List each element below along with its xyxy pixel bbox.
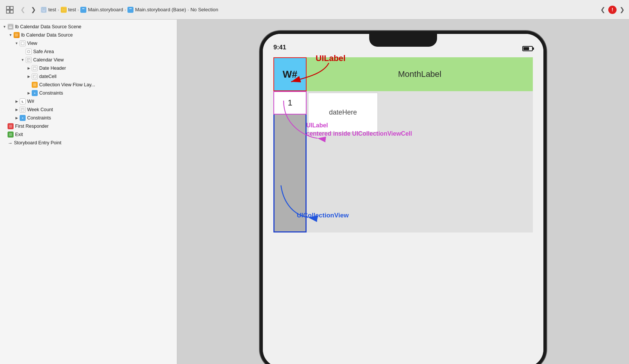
- tree-arrow: [14, 115, 20, 121]
- breadcrumb-label: Main.storyboard (Base): [135, 7, 186, 12]
- breadcrumb-label: test: [48, 7, 56, 12]
- weekcount-icon: [20, 107, 26, 113]
- week-number-cell: 1: [273, 91, 307, 115]
- battery-fill: [523, 47, 529, 50]
- datasource-label: lb Calendar Data Source: [21, 32, 174, 38]
- dateheader-label: Date Header: [39, 66, 174, 71]
- breadcrumb-label: Main.storyboard: [88, 7, 123, 12]
- uicollectionview-annotation: UICollectionView: [297, 212, 349, 219]
- svg-rect-9: [129, 8, 132, 12]
- sidebar-item-safearea[interactable]: Safe Area: [0, 47, 177, 56]
- toolbar-right-controls: ❮ ! ❯: [600, 6, 624, 14]
- view-icon: [20, 40, 26, 46]
- weekcount-label: Week Count: [27, 107, 174, 112]
- svg-rect-13: [15, 34, 18, 37]
- date-cells-area: dateHere: [307, 91, 533, 232]
- sidebar-item-constraints-view[interactable]: + Constraints: [0, 114, 177, 122]
- svg-rect-22: [33, 75, 35, 76]
- calendarview-icon: [26, 57, 32, 63]
- wh-label: W#: [273, 57, 307, 91]
- iphone-notch: [369, 34, 437, 47]
- sidebar-item-entrypoint[interactable]: → Storyboard Entry Point: [0, 139, 177, 147]
- svg-rect-23: [33, 83, 36, 86]
- sidebar-item-weekcount[interactable]: Week Count: [0, 106, 177, 114]
- nav-buttons: ❮ ❯: [18, 5, 38, 14]
- breadcrumb-chevron-3: ›: [125, 8, 126, 12]
- svg-rect-7: [81, 8, 85, 12]
- battery-icon: [522, 46, 533, 51]
- constraints-label: Constraints: [39, 90, 174, 96]
- svg-rect-2: [6, 10, 9, 13]
- canvas: 9:41 UILabel: [177, 20, 629, 364]
- sidebar-item-datecell[interactable]: dateCell: [0, 72, 177, 81]
- svg-rect-8: [82, 8, 84, 9]
- exit-icon: [8, 132, 14, 138]
- tree-arrow: [26, 90, 32, 96]
- breadcrumb-no-selection: No Selection: [190, 7, 218, 12]
- toolbar: ❮ ❯ test › test › Main.storyboard ›: [0, 0, 629, 20]
- scene-icon: [8, 24, 14, 30]
- svg-rect-25: [21, 108, 23, 110]
- error-badge[interactable]: !: [608, 6, 617, 14]
- breadcrumb-chevron-2: ›: [78, 8, 79, 12]
- sidebar-item-firstresponder[interactable]: First Responder: [0, 122, 177, 130]
- breadcrumb-test-file[interactable]: test: [41, 7, 56, 13]
- safearea-label: Safe Area: [33, 49, 174, 54]
- svg-rect-15: [28, 50, 30, 53]
- constraints-icon: +: [32, 90, 38, 96]
- datecell-label: dateCell: [39, 74, 174, 79]
- main-content: lb Calendar Data Source Scene lb Calenda…: [0, 20, 629, 364]
- wlabel-icon: L: [20, 98, 26, 104]
- chevron-left-icon[interactable]: ❮: [600, 6, 605, 13]
- tree-arrow: [20, 57, 26, 63]
- wlabel-label: W#: [27, 99, 174, 104]
- constraints2-icon: +: [20, 115, 26, 121]
- tree-arrow: [26, 73, 32, 80]
- storyboard-icon: [80, 7, 86, 13]
- firstresponder-label: First Responder: [15, 124, 174, 129]
- sidebar-item-datasource[interactable]: lb Calendar Data Source: [0, 31, 177, 39]
- exit-label: Exit: [15, 132, 174, 137]
- sidebar-item-dateheader[interactable]: Date Header: [0, 64, 177, 72]
- svg-rect-0: [6, 6, 9, 9]
- breadcrumb-main-storyboard[interactable]: Main.storyboard: [80, 7, 123, 13]
- status-icons: [522, 46, 533, 51]
- tree-arrow: [14, 107, 20, 113]
- svg-rect-16: [27, 58, 30, 61]
- breadcrumb-main-storyboard-base[interactable]: Main.storyboard (Base): [127, 7, 186, 13]
- sidebar-item-constraints-calendar[interactable]: + Constraints: [0, 89, 177, 97]
- datecell-icon: [32, 73, 38, 80]
- iphone-mockup: 9:41 UILabel: [260, 31, 546, 364]
- status-time: 9:41: [273, 44, 286, 51]
- flowlayout-label: Collection View Flow Lay...: [39, 82, 174, 87]
- breadcrumb: test › test › Main.storyboard › Main.sto…: [41, 7, 597, 13]
- breadcrumb-test-folder[interactable]: test: [61, 7, 76, 13]
- forward-button[interactable]: ❯: [29, 5, 38, 14]
- uilabel-annotation-text: UILabel: [316, 54, 345, 63]
- entrypoint-arrow-icon: →: [8, 140, 12, 146]
- uilabel-centered-line2: centered inside UICollectionViewCell: [306, 130, 412, 138]
- safearea-icon: [26, 49, 32, 55]
- iphone-screen: 9:41 UILabel: [263, 34, 543, 364]
- sidebar-item-exit[interactable]: Exit: [0, 130, 177, 139]
- dateheader-icon: [32, 65, 38, 71]
- back-button[interactable]: ❮: [18, 5, 27, 14]
- chevron-right-icon[interactable]: ❯: [620, 6, 624, 13]
- sidebar-item-view[interactable]: View: [0, 39, 177, 47]
- svg-rect-3: [10, 10, 13, 13]
- svg-rect-20: [33, 67, 36, 68]
- grid-layout-icon[interactable]: [5, 5, 15, 15]
- svg-rect-27: [9, 125, 12, 128]
- calendar-grid: 1 dateHere: [273, 91, 533, 232]
- firstresponder-icon: [8, 123, 14, 129]
- sidebar-item-flowlayout[interactable]: Collection View Flow Lay...: [0, 81, 177, 89]
- sidebar-item-scene[interactable]: lb Calendar Data Source Scene: [0, 23, 177, 31]
- sidebar-item-wlabel[interactable]: L W#: [0, 97, 177, 106]
- datasource-icon: [14, 32, 20, 38]
- sidebar-item-calendarview[interactable]: Calendar View: [0, 56, 177, 64]
- tree-arrow: [8, 32, 14, 38]
- breadcrumb-label: test: [68, 7, 76, 12]
- tree-arrow: [26, 65, 32, 71]
- calendar-header-row: W# MonthLabel: [273, 57, 533, 91]
- entrypoint-label: Storyboard Entry Point: [14, 140, 174, 145]
